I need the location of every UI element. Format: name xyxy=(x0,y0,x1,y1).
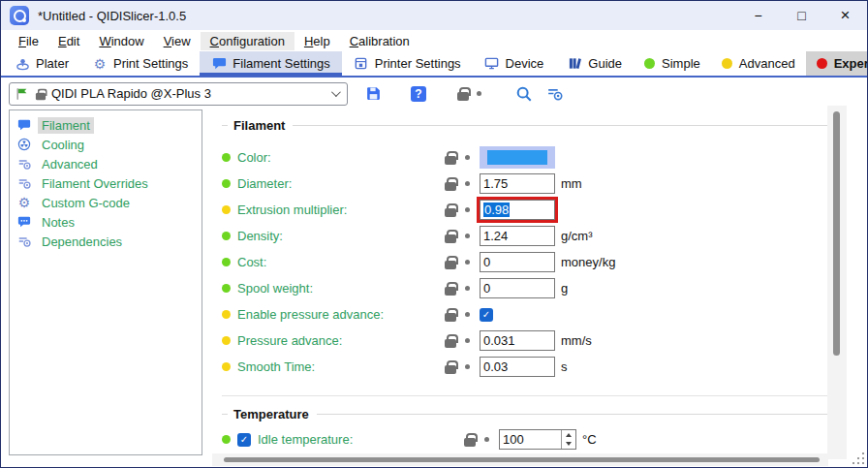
smooth-time-input[interactable]: 0.03 xyxy=(480,357,555,377)
lock-icon[interactable] xyxy=(445,339,456,348)
setting-label: Idle temperature: xyxy=(258,432,353,447)
menu-bar: File Edit Window View Configuration Help… xyxy=(1,30,867,51)
menu-calibration[interactable]: Calibration xyxy=(340,32,419,50)
revert-dot-icon[interactable] xyxy=(465,155,470,160)
revert-dot-icon[interactable] xyxy=(465,286,470,291)
lock-icon[interactable] xyxy=(445,287,456,296)
vertical-scrollbar[interactable] xyxy=(827,106,847,459)
vertical-scrollbar-thumb[interactable] xyxy=(833,111,840,356)
tab-label: Device xyxy=(506,56,544,71)
pressure-advance-input[interactable]: 0.031 xyxy=(480,330,555,351)
compare-presets-button[interactable] xyxy=(542,82,566,106)
modified-dot-icon xyxy=(222,205,231,214)
menu-configuration[interactable]: Configuration xyxy=(201,32,294,50)
lock-toggle-button[interactable] xyxy=(454,82,483,106)
tab-filament-settings[interactable]: Filament Settings xyxy=(200,51,341,76)
extrusion-multiplier-input[interactable]: 0.98 xyxy=(480,200,555,220)
lock-icon[interactable] xyxy=(445,208,456,217)
save-preset-button[interactable] xyxy=(361,82,385,106)
plater-icon xyxy=(15,56,30,72)
unit-label: mm/s xyxy=(561,333,592,348)
sidebar-label: Advanced xyxy=(38,156,102,172)
idle-temperature-checkbox[interactable]: ✓ xyxy=(237,433,251,447)
lock-icon[interactable] xyxy=(445,182,456,191)
spool-weight-input[interactable]: 0 xyxy=(480,278,555,298)
printer-icon xyxy=(354,56,369,72)
tab-guide[interactable]: Guide xyxy=(555,51,634,76)
mode-label: Advanced xyxy=(739,56,795,71)
idle-temperature-input[interactable]: 100 xyxy=(499,429,576,450)
color-picker-button[interactable] xyxy=(480,146,555,169)
help-button[interactable]: ? xyxy=(407,82,430,106)
settings-panel: Filament Color: xyxy=(222,109,834,452)
revert-dot-icon[interactable] xyxy=(465,260,470,265)
section-header-temperature: Temperature xyxy=(222,403,834,424)
mode-advanced[interactable]: Advanced xyxy=(711,51,806,76)
lock-icon[interactable] xyxy=(445,365,456,374)
maximize-button[interactable]: □ xyxy=(780,1,823,30)
enable-pressure-advance-checkbox[interactable]: ✓ xyxy=(480,308,493,322)
lock-icon[interactable] xyxy=(464,438,476,447)
lock-icon[interactable] xyxy=(445,313,456,322)
sidebar-item-advanced[interactable]: Advanced xyxy=(15,154,202,173)
revert-dot-icon[interactable] xyxy=(465,234,470,238)
mode-simple[interactable]: Simple xyxy=(634,51,711,76)
sidebar-item-filament[interactable]: Filament xyxy=(15,115,202,135)
resize-grip[interactable] xyxy=(852,452,864,464)
floppy-icon xyxy=(365,85,382,102)
cost-input[interactable]: 0 xyxy=(480,252,555,272)
modified-dot-icon xyxy=(222,153,231,162)
section-header-filament: Filament xyxy=(222,114,834,136)
search-button[interactable] xyxy=(512,82,536,106)
menu-help[interactable]: Help xyxy=(294,32,340,50)
tab-plater[interactable]: Plater xyxy=(3,51,80,76)
spin-down-button[interactable] xyxy=(562,440,575,450)
lock-icon[interactable] xyxy=(445,234,456,243)
lock-icon[interactable] xyxy=(445,261,456,269)
spin-up-button[interactable] xyxy=(562,430,575,440)
notes-bubble-icon xyxy=(16,214,32,230)
unit-label: mm xyxy=(561,176,582,191)
title-bar: *Untitled - QIDISlicer-1.0.5 − □ × xyxy=(1,1,867,30)
revert-dot-icon[interactable] xyxy=(465,207,470,212)
modified-dot-icon xyxy=(222,284,231,293)
setting-row-idle-temperature: ✓ Idle temperature: 100 °C xyxy=(222,426,834,452)
setting-row-density: Density: 1.24 g/cm³ xyxy=(222,223,834,249)
menu-edit[interactable]: Edit xyxy=(48,32,89,50)
close-button[interactable]: × xyxy=(823,1,867,30)
revert-dot-icon[interactable] xyxy=(484,437,489,442)
revert-dot-icon[interactable] xyxy=(465,312,470,317)
preset-toolbar: QIDI PLA Rapido @X-Plus 3 ? xyxy=(1,78,867,109)
diameter-input[interactable]: 1.75 xyxy=(480,173,555,194)
sidebar-item-cooling[interactable]: Cooling xyxy=(15,135,202,154)
sidebar-item-custom-gcode[interactable]: ⚙ Custom G-code xyxy=(15,193,202,212)
sidebar-label: Notes xyxy=(38,214,78,231)
menu-window[interactable]: Window xyxy=(89,32,153,50)
sidebar-item-notes[interactable]: Notes xyxy=(15,212,202,232)
sidebar-label: Dependencies xyxy=(38,234,126,250)
minimize-button[interactable]: − xyxy=(736,1,780,30)
preset-combobox[interactable]: QIDI PLA Rapido @X-Plus 3 xyxy=(9,82,348,106)
window-title: *Untitled - QIDISlicer-1.0.5 xyxy=(38,9,186,23)
setting-row-cost: Cost: 0 money/kg xyxy=(222,249,834,275)
expert-mode-dot-icon xyxy=(817,58,827,69)
horizontal-scrollbar-thumb[interactable] xyxy=(224,457,820,462)
tab-bar: Plater ⚙ Print Settings Filament Setting… xyxy=(1,51,867,78)
horizontal-scrollbar[interactable] xyxy=(212,453,828,466)
sidebar-item-dependencies[interactable]: Dependencies xyxy=(15,232,202,251)
tab-device[interactable]: Device xyxy=(473,51,556,76)
revert-dot-icon[interactable] xyxy=(465,338,470,343)
density-input[interactable]: 1.24 xyxy=(480,226,555,246)
revert-dot-icon[interactable] xyxy=(465,364,470,369)
lock-icon[interactable] xyxy=(445,156,456,165)
unit-label: s xyxy=(561,359,568,374)
tab-printer-settings[interactable]: Printer Settings xyxy=(342,51,473,76)
setting-label: Extrusion multiplier: xyxy=(237,203,347,217)
revert-dot-icon[interactable] xyxy=(465,181,470,186)
mode-expert[interactable]: Expert xyxy=(806,51,868,76)
menu-view[interactable]: View xyxy=(154,32,201,50)
menu-file[interactable]: File xyxy=(9,32,48,50)
tab-print-settings[interactable]: ⚙ Print Settings xyxy=(80,51,200,76)
setting-label: Pressure advance: xyxy=(237,333,342,348)
sidebar-item-filament-overrides[interactable]: Filament Overrides xyxy=(15,173,202,193)
